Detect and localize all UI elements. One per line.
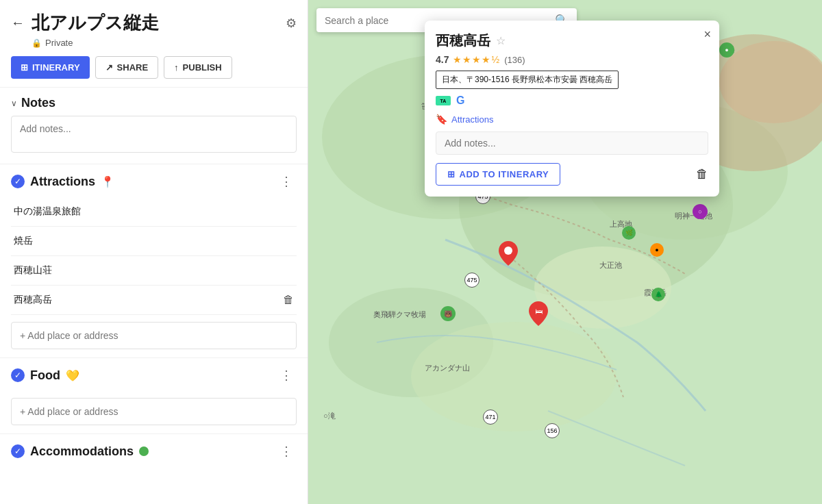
map-icon-green2: 🌲 [651, 288, 665, 301]
add-to-itinerary-button[interactable]: ⊞ ADD TO ITINERARY [436, 163, 560, 186]
sidebar: ← 北アルプス縦走 ⚙ 🔒 Private ⊞ ITINERARY ↗ SHAR… [0, 0, 308, 504]
popup-title: 西穂高岳 [436, 32, 490, 50]
notes-title: Notes [21, 96, 55, 110]
svg-point-12 [504, 247, 512, 255]
lock-icon: 🔒 [32, 38, 42, 48]
list-item[interactable]: 西穂山荘 [11, 256, 297, 286]
delete-place-icon[interactable]: 🗑 [283, 294, 294, 306]
share-icon: ↗ [105, 62, 113, 73]
svg-text:🛏: 🛏 [535, 307, 543, 315]
attractions-title: Attractions [30, 175, 95, 189]
back-title-left: ← 北アルプス縦走 [11, 11, 159, 35]
place-name: 中の湯温泉旅館 [14, 205, 81, 218]
list-item[interactable]: 焼岳 [11, 227, 297, 256]
map-icon-green3: ● [719, 42, 734, 58]
attractions-more-icon[interactable]: ⋮ [276, 173, 297, 190]
popup-links: TA G [436, 94, 708, 107]
map-area[interactable]: 🔍 笹ヶ岳 西穂高岳 上高地 大正池 霞沢岳 明神一之池 奥飛騨クマ牧場 アカン… [308, 0, 822, 504]
popup-close-button[interactable]: × [703, 27, 711, 42]
popup-rating-number: 4.7 [436, 54, 449, 65]
svg-point-6 [534, 247, 671, 329]
publish-icon: ↑ [174, 62, 179, 73]
attractions-list: 中の湯温泉旅館 焼岳 西穂山荘 西穂高岳 🗑 [11, 197, 297, 315]
notes-chevron-icon[interactable]: ∨ [11, 99, 17, 108]
attractions-check-icon: ✓ [11, 175, 25, 188]
accommodations-title: Accommodations [30, 444, 134, 459]
place-name: 西穂高岳 [14, 294, 52, 306]
attractions-section: ✓ Attractions 📍 ⋮ 中の湯温泉旅館 焼岳 西穂山荘 西穂高岳 🗑 [0, 164, 308, 358]
popup-favorite-icon[interactable]: ☆ [496, 34, 506, 47]
route-number-156: 156 [545, 423, 560, 438]
trip-title: 北アルプス縦走 [32, 11, 159, 35]
action-buttons: ⊞ ITINERARY ↗ SHARE ↑ PUBLISH [11, 56, 297, 79]
popup-card: × 西穂高岳 ☆ 4.7 ★★★★½ (136) 日本、〒390-1516 長野… [425, 21, 719, 197]
attractions-header-left: ✓ Attractions 📍 [11, 175, 114, 189]
place-name: 西穂山荘 [14, 264, 52, 277]
map-icon-green1: 🌿 [622, 226, 636, 240]
gear-icon[interactable]: ⚙ [286, 16, 297, 31]
popup-actions: ⊞ ADD TO ITINERARY 🗑 [436, 163, 708, 186]
add-food-input[interactable] [11, 398, 297, 425]
popup-delete-icon[interactable]: 🗑 [696, 167, 708, 181]
popup-category: 🔖 Attractions [436, 114, 708, 125]
map-marker-yakedake[interactable] [499, 241, 518, 266]
popup-title-row: 西穂高岳 ☆ [436, 32, 708, 50]
place-name: 焼岳 [14, 235, 33, 247]
map-icon-orange: ● [650, 243, 664, 257]
attractions-header: ✓ Attractions 📍 ⋮ [11, 173, 297, 190]
accommodations-header: ✓ Accommodations ⋮ [11, 442, 297, 460]
accommodations-section: ✓ Accommodations ⋮ [0, 434, 308, 475]
category-label: Attractions [451, 114, 493, 125]
notes-input[interactable] [11, 116, 297, 153]
accommodations-dot-icon [139, 446, 149, 456]
private-label: Private [45, 38, 73, 48]
list-item[interactable]: 中の湯温泉旅館 [11, 197, 297, 227]
accommodations-more-icon[interactable]: ⋮ [276, 442, 297, 460]
list-item[interactable]: 西穂高岳 🗑 [11, 286, 297, 315]
route-number-471: 471 [483, 410, 498, 425]
attractions-pin-icon: 📍 [101, 175, 114, 188]
map-icon-bear: 🐻 [440, 306, 456, 321]
sidebar-header: ← 北アルプス縦走 ⚙ 🔒 Private ⊞ ITINERARY ↗ SHAR… [0, 0, 308, 88]
food-title: Food [30, 368, 60, 383]
itinerary-grid-icon: ⊞ [447, 169, 456, 179]
svg-point-7 [411, 322, 616, 431]
food-header-left: ✓ Food 💛 [11, 368, 79, 383]
back-title-row: ← 北アルプス縦走 ⚙ [11, 11, 297, 35]
popup-notes-input[interactable] [436, 131, 708, 155]
back-button[interactable]: ← [11, 15, 25, 31]
food-header: ✓ Food 💛 ⋮ [11, 366, 297, 384]
food-check-icon: ✓ [11, 368, 25, 382]
accommodations-header-left: ✓ Accommodations [11, 444, 149, 459]
grid-icon: ⊞ [21, 62, 28, 73]
map-marker-bed2[interactable]: 🛏 [529, 301, 548, 326]
notes-header: ∨ Notes [11, 96, 297, 110]
route-number-475b: 475 [464, 273, 480, 288]
popup-stars: ★★★★½ [453, 54, 500, 65]
food-section: ✓ Food 💛 ⋮ [0, 358, 308, 434]
bookmark-icon: 🔖 [436, 114, 447, 125]
tripadvisor-icon[interactable]: TA [436, 96, 451, 105]
notes-section: ∨ Notes [0, 88, 308, 164]
share-button[interactable]: ↗ SHARE [95, 56, 159, 79]
private-badge: 🔒 Private [32, 38, 297, 48]
popup-review-count: (136) [504, 55, 525, 65]
popup-address: 日本、〒390-1516 長野県松本市安曇 西穂高岳 [436, 71, 619, 89]
google-icon[interactable]: G [456, 94, 464, 107]
food-more-icon[interactable]: ⋮ [276, 366, 297, 384]
publish-button[interactable]: ↑ PUBLISH [164, 56, 232, 79]
itinerary-button[interactable]: ⊞ ITINERARY [11, 56, 90, 79]
food-icon: 💛 [66, 369, 79, 382]
popup-rating-row: 4.7 ★★★★½ (136) [436, 54, 708, 65]
add-attraction-input[interactable] [11, 322, 297, 349]
accommodations-check-icon: ✓ [11, 444, 25, 458]
map-icon-purple: ○ [693, 204, 708, 219]
